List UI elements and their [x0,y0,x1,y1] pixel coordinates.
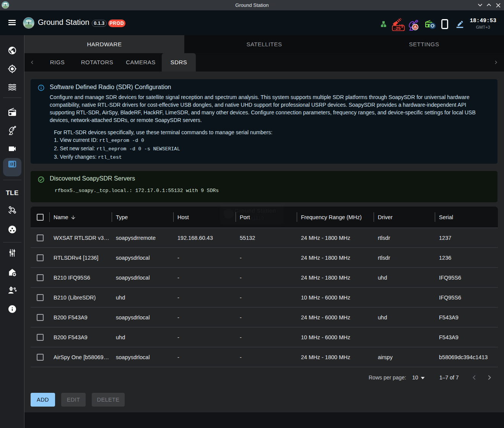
svg-text:-25: -25 [394,26,401,31]
